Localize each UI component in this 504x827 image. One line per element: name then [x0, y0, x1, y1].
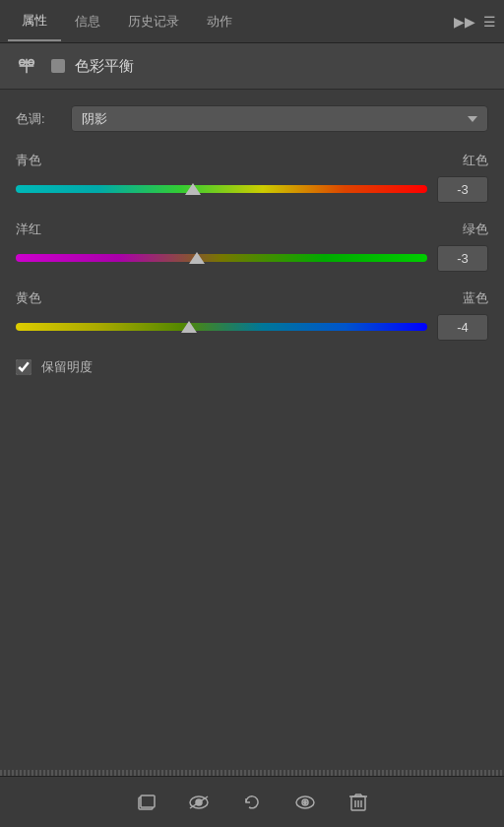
eye-adjust-button[interactable] — [289, 787, 321, 818]
slider-cyan-red-labels: 青色 红色 — [16, 152, 488, 169]
slider-mag-green-thumb[interactable] — [189, 252, 205, 264]
preserve-luminosity-row: 保留明度 — [16, 358, 488, 376]
tab-history[interactable]: 历史记录 — [114, 3, 193, 40]
panel-title: 色彩平衡 — [75, 57, 134, 76]
slider-yel-blue: 黄色 蓝色 -4 — [16, 289, 488, 341]
panel-header: 色彩平衡 — [0, 43, 504, 90]
menu-icon[interactable]: ☰ — [483, 14, 496, 30]
delete-button[interactable] — [343, 787, 374, 818]
tab-properties[interactable]: 属性 — [8, 2, 61, 41]
slider-cyan-red-track — [16, 185, 427, 193]
slider-mag-green-track-wrap[interactable] — [16, 244, 427, 272]
cyan-label: 青色 — [16, 152, 41, 169]
slider-yel-blue-labels: 黄色 蓝色 — [16, 289, 488, 307]
slider-cyan-red-track-wrap[interactable] — [16, 175, 427, 203]
green-label: 绿色 — [463, 221, 488, 238]
slider-cyan-red-thumb[interactable] — [185, 183, 201, 195]
slider-cyan-red: 青色 红色 -3 — [16, 152, 488, 203]
layer-dot — [51, 59, 65, 73]
preserve-luminosity-checkbox[interactable] — [16, 359, 32, 375]
undo-button[interactable] — [236, 787, 268, 818]
magenta-label: 洋红 — [16, 221, 41, 238]
tone-label: 色调: — [16, 110, 61, 128]
slider-mag-green-labels: 洋红 绿色 — [16, 221, 488, 238]
slider-yel-blue-track-wrap[interactable] — [16, 313, 427, 341]
slider-yel-blue-thumb[interactable] — [181, 321, 197, 333]
slider-mag-green: 洋红 绿色 -3 — [16, 221, 488, 272]
cyan-red-value[interactable]: -3 — [437, 176, 488, 203]
slider-mag-green-row: -3 — [16, 244, 488, 272]
tab-actions[interactable]: 动作 — [193, 3, 246, 40]
panel-body: 色调: 阴影 中间调 高光 青色 红色 -3 洋红 绿色 — [0, 90, 504, 392]
visibility-button[interactable] — [183, 787, 215, 818]
yel-blue-value[interactable]: -4 — [437, 314, 488, 341]
svg-point-12 — [304, 800, 306, 802]
new-layer-button[interactable] — [130, 787, 161, 818]
tab-extra-icons: ▶▶ ☰ — [454, 14, 496, 30]
mag-green-value[interactable]: -3 — [437, 245, 488, 272]
tone-select[interactable]: 阴影 中间调 高光 — [71, 105, 488, 132]
expand-icon[interactable]: ▶▶ — [454, 14, 475, 30]
tab-bar: 属性 信息 历史记录 动作 ▶▶ ☰ — [0, 0, 504, 43]
slider-cyan-red-row: -3 — [16, 175, 488, 203]
tab-info[interactable]: 信息 — [61, 3, 114, 40]
blue-label: 蓝色 — [463, 289, 488, 307]
yellow-label: 黄色 — [16, 289, 41, 307]
balance-icon — [14, 53, 39, 79]
preserve-luminosity-label[interactable]: 保留明度 — [41, 358, 93, 376]
slider-yel-blue-track — [16, 323, 427, 331]
svg-rect-6 — [141, 795, 155, 807]
bottom-toolbar — [0, 776, 504, 827]
red-label: 红色 — [463, 152, 488, 169]
tone-row: 色调: 阴影 中间调 高光 — [16, 105, 488, 132]
slider-yel-blue-row: -4 — [16, 313, 488, 341]
slider-mag-green-track — [16, 254, 427, 262]
